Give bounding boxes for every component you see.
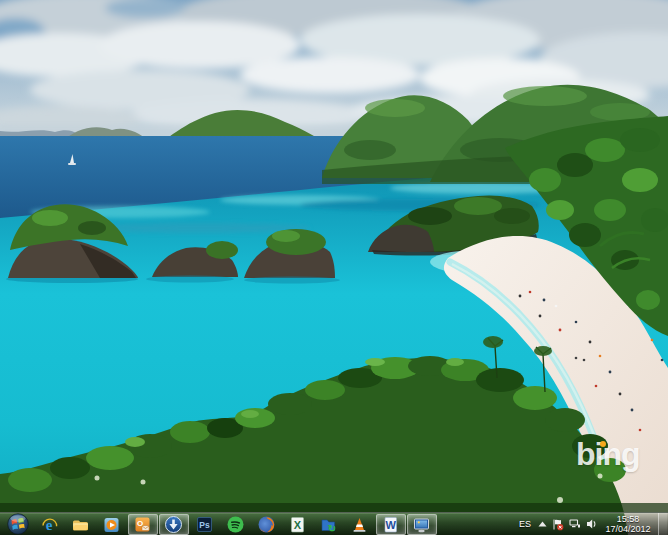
svg-text:X: X [294,518,302,530]
show-hidden-icons-button[interactable] [538,521,547,527]
svg-text:↻: ↻ [328,522,336,533]
taskbar-item-media-player[interactable] [97,514,127,535]
taskbar: e [0,512,668,535]
taskbar-item-download-manager[interactable] [159,514,189,535]
taskbar-item-vlc[interactable] [345,514,375,535]
network-status-button[interactable] [569,518,581,530]
wallpaper-bing-bay [0,0,668,535]
monitor-icon [412,515,431,534]
sync-folder-icon: ↻ [319,515,338,534]
clock-date: 17/04/2012 [603,524,653,534]
spotify-icon [226,515,245,534]
taskbar-item-windows-explorer[interactable] [66,514,96,535]
bing-logo: bing [576,434,662,480]
start-button[interactable] [2,513,34,535]
media-player-icon [102,515,121,534]
taskbar-item-spotify[interactable] [221,514,251,535]
svg-text:W: W [386,518,397,530]
firefox-icon [257,515,276,534]
volume-button[interactable] [586,518,598,530]
taskbar-item-word[interactable]: W [376,514,406,535]
chevron-up-icon [538,521,547,527]
windows-logo-icon [7,513,29,535]
action-center-button[interactable] [552,518,564,531]
desktop: bing e [0,0,668,535]
download-arrow-icon [164,515,183,534]
taskbar-item-photoshop[interactable]: Ps [190,514,220,535]
clock-time: 15:58 [603,514,653,524]
show-desktop-button[interactable] [658,513,667,535]
word-icon: W [381,515,400,534]
network-icon [569,518,581,530]
folder-icon [71,515,90,534]
bing-logo-text: bing [576,436,640,472]
bing-logo-dot [600,441,606,447]
excel-icon: X [288,515,307,534]
sailboat [68,163,76,165]
taskbar-item-outlook[interactable]: O [128,514,158,535]
system-tray: ES [517,513,668,535]
taskbar-item-firefox[interactable] [252,514,282,535]
speaker-icon [586,518,598,530]
language-indicator[interactable]: ES [517,519,533,529]
taskbar-item-remote-desktop[interactable] [407,514,437,535]
outlook-icon: O [133,515,152,534]
taskbar-item-excel[interactable]: X [283,514,313,535]
vlc-cone-icon [350,515,369,534]
clock[interactable]: 15:58 17/04/2012 [603,514,653,534]
flag-alert-icon [552,518,564,531]
taskbar-item-internet-explorer[interactable]: e [35,514,65,535]
internet-explorer-icon: e [40,515,59,534]
photoshop-icon: Ps [195,515,214,534]
svg-text:Ps: Ps [199,520,210,530]
taskbar-item-file-sync[interactable]: ↻ [314,514,344,535]
wallpaper-art [0,0,668,535]
